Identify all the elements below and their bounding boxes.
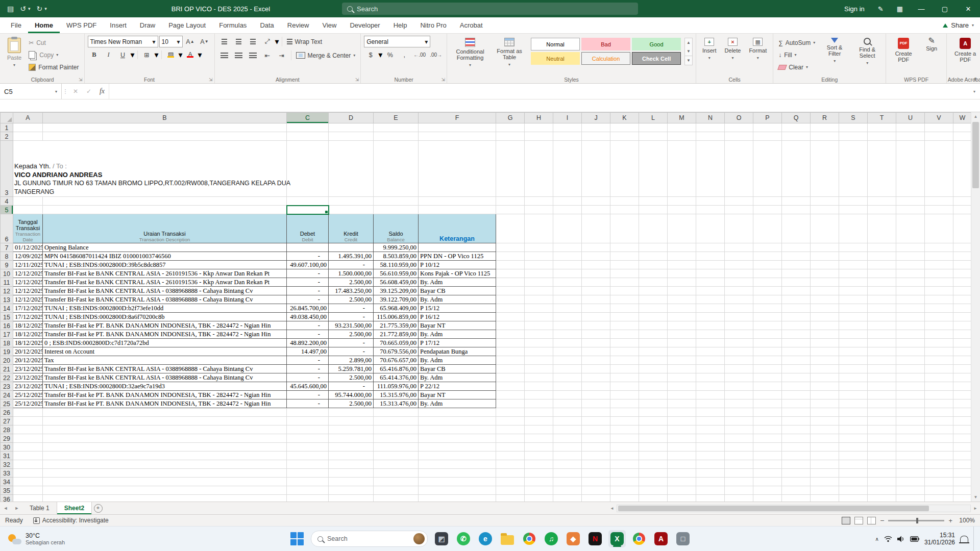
cell[interactable] bbox=[639, 206, 668, 214]
cell[interactable] bbox=[287, 123, 329, 132]
cell[interactable] bbox=[668, 278, 696, 287]
cell[interactable] bbox=[553, 382, 582, 391]
cell[interactable] bbox=[725, 469, 753, 478]
cell[interactable] bbox=[582, 206, 610, 214]
cell[interactable] bbox=[868, 243, 896, 252]
cell[interactable] bbox=[525, 478, 553, 486]
cell[interactable] bbox=[811, 141, 839, 197]
cell[interactable] bbox=[639, 321, 668, 330]
scroll-left-icon[interactable]: ◄ bbox=[607, 506, 617, 511]
cell[interactable] bbox=[696, 123, 725, 132]
clipboard-dialog-launcher-icon[interactable]: ⇲ bbox=[79, 77, 83, 82]
cell[interactable] bbox=[43, 197, 287, 206]
cell[interactable] bbox=[811, 347, 839, 356]
cell[interactable] bbox=[610, 443, 639, 452]
cell[interactable] bbox=[696, 478, 725, 486]
cell-date[interactable]: 12/09/2025 bbox=[13, 252, 43, 261]
cell[interactable] bbox=[725, 434, 753, 443]
cell[interactable] bbox=[953, 295, 972, 304]
format-cells-button[interactable]: ▦Format▾ bbox=[746, 36, 770, 63]
cell[interactable] bbox=[725, 339, 753, 347]
cell-date[interactable]: 20/12/2025 bbox=[13, 347, 43, 356]
cell[interactable] bbox=[696, 382, 725, 391]
ribbon-tab-formulas[interactable]: Formulas bbox=[212, 17, 253, 33]
cell[interactable] bbox=[419, 425, 496, 434]
cell[interactable] bbox=[782, 321, 811, 330]
cell[interactable] bbox=[496, 339, 525, 347]
cell-date[interactable]: 18/12/2025 bbox=[13, 330, 43, 339]
row-header-16[interactable]: 16 bbox=[1, 321, 13, 330]
cell[interactable] bbox=[582, 243, 610, 252]
cell-date[interactable]: 12/12/2025 bbox=[13, 278, 43, 287]
cell-description[interactable]: Transfer BI-Fast ke BANK CENTRAL ASIA - … bbox=[43, 278, 287, 287]
cell[interactable] bbox=[868, 321, 896, 330]
horizontal-scroll-thumb[interactable] bbox=[618, 506, 929, 511]
cell[interactable] bbox=[811, 417, 839, 425]
row-header-14[interactable]: 14 bbox=[1, 304, 13, 313]
cell[interactable]: - bbox=[287, 321, 329, 330]
wrap-text-button[interactable]: Wrap Text bbox=[285, 36, 325, 47]
cell[interactable] bbox=[953, 365, 972, 373]
column-header-S[interactable]: S bbox=[839, 113, 868, 123]
taskbar-app-file-explorer-icon[interactable] bbox=[499, 530, 516, 547]
cell[interactable] bbox=[668, 399, 696, 408]
cell[interactable] bbox=[553, 460, 582, 469]
cell[interactable] bbox=[896, 278, 925, 287]
cell[interactable] bbox=[639, 295, 668, 304]
cell[interactable] bbox=[668, 391, 696, 399]
cell[interactable] bbox=[553, 486, 582, 495]
cell[interactable] bbox=[496, 123, 525, 132]
cell[interactable] bbox=[553, 123, 582, 132]
cell[interactable] bbox=[953, 391, 972, 399]
cell[interactable] bbox=[896, 206, 925, 214]
cell[interactable] bbox=[329, 123, 374, 132]
cell[interactable] bbox=[953, 304, 972, 313]
cell[interactable] bbox=[287, 243, 329, 252]
cell[interactable] bbox=[329, 486, 374, 495]
cell[interactable] bbox=[839, 443, 868, 452]
cell[interactable] bbox=[725, 417, 753, 425]
cell[interactable] bbox=[696, 434, 725, 443]
scroll-right-icon[interactable]: ► bbox=[971, 506, 980, 511]
cell[interactable] bbox=[725, 313, 753, 321]
cell[interactable] bbox=[753, 382, 782, 391]
cell[interactable] bbox=[696, 278, 725, 287]
increase-indent-button[interactable]: ⇥ bbox=[275, 50, 288, 61]
cell[interactable] bbox=[782, 141, 811, 197]
cell[interactable] bbox=[696, 391, 725, 399]
cell-description[interactable]: Transfer BI-Fast ke PT. BANK DANAMON IND… bbox=[43, 330, 287, 339]
cell[interactable] bbox=[610, 391, 639, 399]
cell[interactable] bbox=[782, 425, 811, 434]
cell[interactable] bbox=[639, 278, 668, 287]
cell[interactable] bbox=[868, 495, 896, 502]
cell[interactable] bbox=[329, 469, 374, 478]
cell[interactable] bbox=[753, 313, 782, 321]
middle-align-button[interactable] bbox=[232, 36, 246, 47]
cell[interactable] bbox=[525, 304, 553, 313]
cell[interactable] bbox=[725, 425, 753, 434]
cell[interactable] bbox=[811, 206, 839, 214]
cell-keterangan[interactable]: P 17/12 bbox=[419, 339, 496, 347]
italic-button[interactable]: I bbox=[102, 49, 115, 60]
cell[interactable] bbox=[953, 261, 972, 269]
cell[interactable] bbox=[610, 321, 639, 330]
cell[interactable] bbox=[725, 321, 753, 330]
cell[interactable] bbox=[553, 443, 582, 452]
formula-input[interactable] bbox=[109, 84, 969, 99]
table-header-2[interactable]: DebetDebit bbox=[287, 214, 329, 243]
cell[interactable] bbox=[725, 452, 753, 460]
cell[interactable] bbox=[639, 330, 668, 339]
cell[interactable] bbox=[696, 141, 725, 197]
collapse-ribbon-icon[interactable]: ∧ bbox=[973, 76, 977, 82]
cell[interactable] bbox=[668, 295, 696, 304]
new-sheet-button[interactable]: + bbox=[92, 502, 104, 514]
cell[interactable] bbox=[582, 460, 610, 469]
cell[interactable] bbox=[525, 295, 553, 304]
cell[interactable] bbox=[868, 434, 896, 443]
cell[interactable] bbox=[496, 261, 525, 269]
cell[interactable]: 21.775.359,00 bbox=[374, 321, 419, 330]
cell[interactable] bbox=[374, 486, 419, 495]
cell[interactable]: - bbox=[287, 269, 329, 278]
cell[interactable] bbox=[782, 206, 811, 214]
cell[interactable]: - bbox=[329, 347, 374, 356]
